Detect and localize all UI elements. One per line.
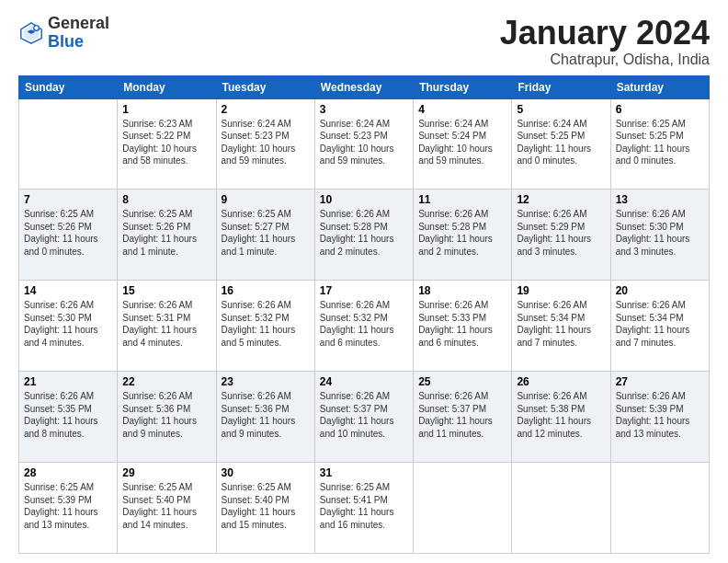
- calendar-week-row: 1Sunrise: 6:23 AM Sunset: 5:22 PM Daylig…: [19, 98, 710, 190]
- logo: General Blue: [18, 15, 109, 52]
- page: General Blue January 2024 Chatrapur, Odi…: [0, 0, 728, 563]
- calendar-week-row: 21Sunrise: 6:26 AM Sunset: 5:35 PM Dayli…: [19, 372, 710, 463]
- day-number: 23: [222, 375, 310, 388]
- day-number: 26: [517, 375, 605, 388]
- generalblue-logo-icon: [18, 20, 44, 46]
- day-info: Sunrise: 6:25 AM Sunset: 5:40 PM Dayligh…: [122, 481, 210, 531]
- table-row: [512, 463, 610, 554]
- table-row: 11Sunrise: 6:26 AM Sunset: 5:28 PM Dayli…: [414, 190, 512, 281]
- table-row: 18Sunrise: 6:26 AM Sunset: 5:33 PM Dayli…: [414, 281, 512, 372]
- table-row: 17Sunrise: 6:26 AM Sunset: 5:32 PM Dayli…: [314, 281, 413, 372]
- table-row: 21Sunrise: 6:26 AM Sunset: 5:35 PM Dayli…: [19, 372, 118, 463]
- calendar-week-row: 28Sunrise: 6:25 AM Sunset: 5:39 PM Dayli…: [19, 463, 710, 554]
- table-row: 14Sunrise: 6:26 AM Sunset: 5:30 PM Dayli…: [19, 281, 118, 372]
- day-number: 18: [418, 284, 506, 297]
- day-number: 31: [320, 466, 408, 479]
- day-info: Sunrise: 6:25 AM Sunset: 5:27 PM Dayligh…: [222, 208, 310, 258]
- day-info: Sunrise: 6:24 AM Sunset: 5:25 PM Dayligh…: [517, 118, 605, 167]
- table-row: 20Sunrise: 6:26 AM Sunset: 5:34 PM Dayli…: [610, 281, 709, 372]
- day-number: 22: [122, 375, 210, 388]
- day-number: 20: [616, 284, 704, 297]
- table-row: 26Sunrise: 6:26 AM Sunset: 5:38 PM Dayli…: [512, 372, 610, 463]
- day-number: 12: [517, 193, 605, 206]
- day-info: Sunrise: 6:24 AM Sunset: 5:23 PM Dayligh…: [320, 118, 408, 167]
- day-number: 21: [24, 375, 112, 388]
- col-tuesday: Tuesday: [216, 75, 314, 98]
- table-row: 29Sunrise: 6:25 AM Sunset: 5:40 PM Dayli…: [118, 463, 216, 554]
- day-info: Sunrise: 6:26 AM Sunset: 5:37 PM Dayligh…: [418, 390, 506, 440]
- table-row: 31Sunrise: 6:25 AM Sunset: 5:41 PM Dayli…: [314, 463, 413, 554]
- day-number: 6: [616, 103, 704, 116]
- table-row: 3Sunrise: 6:24 AM Sunset: 5:23 PM Daylig…: [314, 98, 413, 190]
- calendar-table: Sunday Monday Tuesday Wednesday Thursday…: [18, 75, 710, 554]
- day-number: 16: [222, 284, 310, 297]
- day-number: 7: [24, 193, 112, 206]
- table-row: 24Sunrise: 6:26 AM Sunset: 5:37 PM Dayli…: [314, 372, 413, 463]
- day-info: Sunrise: 6:25 AM Sunset: 5:39 PM Dayligh…: [24, 481, 112, 531]
- table-row: 27Sunrise: 6:26 AM Sunset: 5:39 PM Dayli…: [610, 372, 709, 463]
- day-number: 15: [122, 284, 210, 297]
- header: General Blue January 2024 Chatrapur, Odi…: [18, 15, 710, 68]
- day-info: Sunrise: 6:26 AM Sunset: 5:32 PM Dayligh…: [320, 299, 408, 349]
- day-number: 4: [418, 103, 506, 116]
- table-row: 22Sunrise: 6:26 AM Sunset: 5:36 PM Dayli…: [118, 372, 216, 463]
- day-number: 2: [222, 103, 310, 116]
- svg-point-4: [35, 26, 39, 29]
- day-info: Sunrise: 6:26 AM Sunset: 5:39 PM Dayligh…: [616, 390, 704, 440]
- day-number: 24: [320, 375, 408, 388]
- day-info: Sunrise: 6:26 AM Sunset: 5:37 PM Dayligh…: [320, 390, 408, 440]
- day-info: Sunrise: 6:26 AM Sunset: 5:30 PM Dayligh…: [24, 299, 112, 349]
- day-number: 30: [222, 466, 310, 479]
- day-info: Sunrise: 6:26 AM Sunset: 5:34 PM Dayligh…: [517, 299, 605, 349]
- logo-blue: Blue: [48, 33, 109, 52]
- day-info: Sunrise: 6:26 AM Sunset: 5:29 PM Dayligh…: [517, 208, 605, 258]
- col-saturday: Saturday: [610, 75, 709, 98]
- location: Chatrapur, Odisha, India: [500, 52, 710, 68]
- logo-text: General Blue: [48, 15, 109, 52]
- table-row: 10Sunrise: 6:26 AM Sunset: 5:28 PM Dayli…: [314, 190, 413, 281]
- table-row: [610, 463, 709, 554]
- table-row: [414, 463, 512, 554]
- day-info: Sunrise: 6:26 AM Sunset: 5:36 PM Dayligh…: [122, 390, 210, 440]
- table-row: [19, 98, 118, 190]
- calendar-header-row: Sunday Monday Tuesday Wednesday Thursday…: [19, 75, 710, 98]
- day-info: Sunrise: 6:26 AM Sunset: 5:30 PM Dayligh…: [616, 208, 704, 258]
- month-title: January 2024: [500, 15, 710, 52]
- day-number: 11: [418, 193, 506, 206]
- day-number: 25: [418, 375, 506, 388]
- table-row: 16Sunrise: 6:26 AM Sunset: 5:32 PM Dayli…: [216, 281, 314, 372]
- day-number: 3: [320, 103, 408, 116]
- day-info: Sunrise: 6:26 AM Sunset: 5:32 PM Dayligh…: [222, 299, 310, 349]
- col-monday: Monday: [118, 75, 216, 98]
- table-row: 1Sunrise: 6:23 AM Sunset: 5:22 PM Daylig…: [118, 98, 216, 190]
- table-row: 5Sunrise: 6:24 AM Sunset: 5:25 PM Daylig…: [512, 98, 610, 190]
- day-number: 9: [222, 193, 310, 206]
- day-info: Sunrise: 6:26 AM Sunset: 5:34 PM Dayligh…: [616, 299, 704, 349]
- day-info: Sunrise: 6:26 AM Sunset: 5:35 PM Dayligh…: [24, 390, 112, 440]
- day-info: Sunrise: 6:23 AM Sunset: 5:22 PM Dayligh…: [122, 118, 210, 167]
- table-row: 23Sunrise: 6:26 AM Sunset: 5:36 PM Dayli…: [216, 372, 314, 463]
- calendar-week-row: 7Sunrise: 6:25 AM Sunset: 5:26 PM Daylig…: [19, 190, 710, 281]
- table-row: 25Sunrise: 6:26 AM Sunset: 5:37 PM Dayli…: [414, 372, 512, 463]
- day-number: 28: [24, 466, 112, 479]
- calendar-week-row: 14Sunrise: 6:26 AM Sunset: 5:30 PM Dayli…: [19, 281, 710, 372]
- day-info: Sunrise: 6:26 AM Sunset: 5:36 PM Dayligh…: [222, 390, 310, 440]
- col-wednesday: Wednesday: [314, 75, 413, 98]
- day-info: Sunrise: 6:26 AM Sunset: 5:28 PM Dayligh…: [320, 208, 408, 258]
- table-row: 12Sunrise: 6:26 AM Sunset: 5:29 PM Dayli…: [512, 190, 610, 281]
- table-row: 8Sunrise: 6:25 AM Sunset: 5:26 PM Daylig…: [118, 190, 216, 281]
- logo-general: General: [48, 15, 109, 33]
- day-info: Sunrise: 6:26 AM Sunset: 5:28 PM Dayligh…: [418, 208, 506, 258]
- day-number: 14: [24, 284, 112, 297]
- day-number: 8: [122, 193, 210, 206]
- day-number: 29: [122, 466, 210, 479]
- day-info: Sunrise: 6:25 AM Sunset: 5:26 PM Dayligh…: [24, 208, 112, 258]
- table-row: 2Sunrise: 6:24 AM Sunset: 5:23 PM Daylig…: [216, 98, 314, 190]
- col-friday: Friday: [512, 75, 610, 98]
- day-info: Sunrise: 6:25 AM Sunset: 5:25 PM Dayligh…: [616, 118, 704, 167]
- day-info: Sunrise: 6:26 AM Sunset: 5:31 PM Dayligh…: [122, 299, 210, 349]
- table-row: 19Sunrise: 6:26 AM Sunset: 5:34 PM Dayli…: [512, 281, 610, 372]
- day-number: 19: [517, 284, 605, 297]
- day-number: 5: [517, 103, 605, 116]
- table-row: 4Sunrise: 6:24 AM Sunset: 5:24 PM Daylig…: [414, 98, 512, 190]
